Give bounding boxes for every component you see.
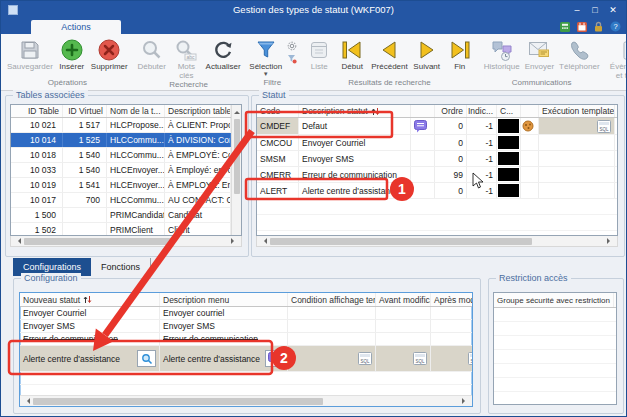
table-row[interactable]: Alerte centre d'assistanceAlerte centre … [20, 346, 472, 372]
table-row[interactable]: CMERRErreur de communication99-1 [257, 167, 617, 183]
cell-editor-icon[interactable] [411, 135, 435, 150]
column-header[interactable] [521, 105, 539, 117]
cell-color[interactable] [497, 183, 521, 198]
cell-color[interactable] [497, 151, 521, 166]
tab-fonctions[interactable]: Fonctions [91, 258, 151, 276]
scroll-right-icon[interactable] [607, 238, 613, 244]
close-button[interactable]: ✕ [604, 1, 622, 19]
cell[interactable]: HLCEnvoyer... [107, 178, 165, 192]
cell-template[interactable] [376, 307, 431, 319]
cell-flag-icon[interactable] [521, 167, 539, 182]
cell-ordre[interactable]: 0 [435, 135, 467, 150]
cell[interactable]: Candidat [165, 208, 231, 222]
chat-icon[interactable] [414, 120, 427, 133]
cell-template[interactable] [288, 333, 376, 345]
cell-indic[interactable]: -1 [467, 167, 497, 182]
chat-editor-button[interactable] [265, 350, 284, 367]
column-header[interactable]: Condition affichage template [288, 293, 376, 306]
cell-indic[interactable]: -1 [467, 135, 497, 150]
cell-template[interactable]: SQL [288, 346, 376, 371]
tables-horizontal-scrollbar[interactable] [10, 236, 242, 247]
cell[interactable]: 1 540 [63, 148, 107, 162]
help-icon[interactable]: ? [610, 21, 621, 32]
cell[interactable]: HLCPropose... [107, 118, 165, 132]
cell-template[interactable] [431, 307, 473, 319]
cell-description-menu[interactable]: Envoyer SMS [160, 320, 288, 332]
minimize-button[interactable]: – [568, 1, 586, 19]
cell[interactable]: HLCCommu... [107, 133, 165, 147]
cell-flag-icon[interactable] [521, 135, 539, 150]
scrollbar-thumb[interactable] [234, 119, 240, 194]
cell-code[interactable]: CMERR [257, 167, 299, 182]
sql-editor-button[interactable]: SQL [468, 352, 473, 365]
sql-editor-button[interactable]: SQL [358, 352, 372, 365]
cell[interactable]: PRIMCandidat [107, 208, 165, 222]
cell-description[interactable]: Envoyer SMS [299, 151, 411, 166]
cell-template[interactable] [431, 333, 473, 345]
cell[interactable]: À CLIENT: Proposer ca [165, 118, 231, 132]
cell-description[interactable]: Erreur de communication [299, 167, 411, 182]
cell[interactable]: 10 017 [11, 193, 63, 207]
cell-indic[interactable]: -1 [467, 183, 497, 198]
column-header[interactable]: Description menu [160, 293, 288, 306]
table-row[interactable]: 1 502PRIMClientClient [11, 223, 241, 236]
cell-code[interactable]: SMSM [257, 151, 299, 166]
ribbon-button-mots-cles[interactable]: abcMots clés [169, 37, 204, 80]
cell[interactable]: À Employé: envoyer [165, 163, 231, 177]
column-header[interactable]: Après modificati... [431, 293, 473, 306]
scrollbar-thumb[interactable] [270, 238, 532, 245]
cell[interactable]: 1 517 [63, 118, 107, 132]
table-row[interactable]: Envoyer SMSEnvoyer SMS [20, 320, 472, 333]
ribbon-button-evenements-et-taches[interactable]: Évènements et tâches [608, 37, 627, 80]
cell-ordre[interactable]: 0 [435, 151, 467, 166]
cell-flag-icon[interactable] [521, 183, 539, 198]
cell-template[interactable]: SQL [376, 346, 431, 371]
cell-editor-icon[interactable] [411, 118, 435, 134]
cell[interactable]: 10 021 [11, 118, 63, 132]
cell[interactable]: 10 033 [11, 163, 63, 177]
sql-editor-button[interactable]: SQL [597, 120, 611, 133]
tables-vertical-scrollbar[interactable] [231, 105, 241, 235]
column-header[interactable]: Nom de la t... [107, 105, 165, 117]
calculator-icon[interactable] [560, 22, 570, 32]
cell[interactable]: À DIVISION: Communic [165, 133, 231, 147]
cell[interactable]: 1 525 [63, 133, 107, 147]
statut-horizontal-scrollbar[interactable] [256, 236, 618, 247]
cell-editor-icon[interactable] [411, 151, 435, 166]
table-row[interactable]: 10 0211 517HLCPropose...À CLIENT: Propos… [11, 118, 241, 133]
cell-description[interactable]: Defaut [299, 118, 411, 134]
column-header[interactable]: Exécution template [539, 105, 615, 117]
cell-template[interactable] [376, 320, 431, 332]
ribbon-button-inserer[interactable]: Insérer [56, 37, 88, 71]
lookup-button[interactable] [137, 350, 156, 367]
calendar-icon[interactable] [577, 22, 587, 32]
tab-actions[interactable]: Actions [31, 20, 121, 34]
column-header[interactable]: Groupe sécurité avec restriction [494, 293, 614, 307]
table-row[interactable]: 10 0141 525HLCCommu...À DIVISION: Commun… [11, 133, 241, 148]
table-row[interactable]: SMSMEnvoyer SMS0-1 [257, 151, 617, 167]
cell-editor-icon[interactable] [411, 183, 435, 198]
cell-description-menu[interactable]: Alerte centre d'assistance [160, 346, 288, 371]
scroll-right-icon[interactable] [231, 238, 237, 244]
cell-execution-template[interactable] [539, 167, 615, 182]
cell-code[interactable]: CMDEF [257, 118, 299, 134]
cell-flag-icon[interactable] [521, 151, 539, 166]
cell[interactable] [63, 223, 107, 236]
cell-indic[interactable]: -1 [467, 118, 497, 134]
cell[interactable]: HLCCommu... [107, 193, 165, 207]
cell-indic[interactable]: -1 [467, 151, 497, 166]
scroll-right-icon[interactable] [462, 398, 468, 404]
cell-editor-icon[interactable] [411, 167, 435, 182]
ribbon-button-actualiser[interactable]: Actualiser [205, 37, 241, 71]
cell-color[interactable] [497, 167, 521, 182]
cell-template[interactable] [288, 307, 376, 319]
cell[interactable]: AU CONTACT: Commu [165, 193, 231, 207]
column-header[interactable]: Description table [165, 105, 231, 117]
table-row[interactable]: ALERTAlerte centre d'assistance0-1 [257, 183, 617, 199]
table-row[interactable]: 10 0331 540HLCEnvoyer...À Employé: envoy… [11, 163, 241, 178]
filter-settings-icon[interactable] [287, 41, 297, 51]
cell-nouveau-statut[interactable]: Envoyer Courriel [20, 307, 160, 319]
cell[interactable]: PRIMClient [107, 223, 165, 236]
table-row[interactable]: CMDEFDefaut0-1SQL [257, 118, 617, 135]
cell[interactable]: À EMPLOYÉ: Communic [165, 148, 231, 162]
